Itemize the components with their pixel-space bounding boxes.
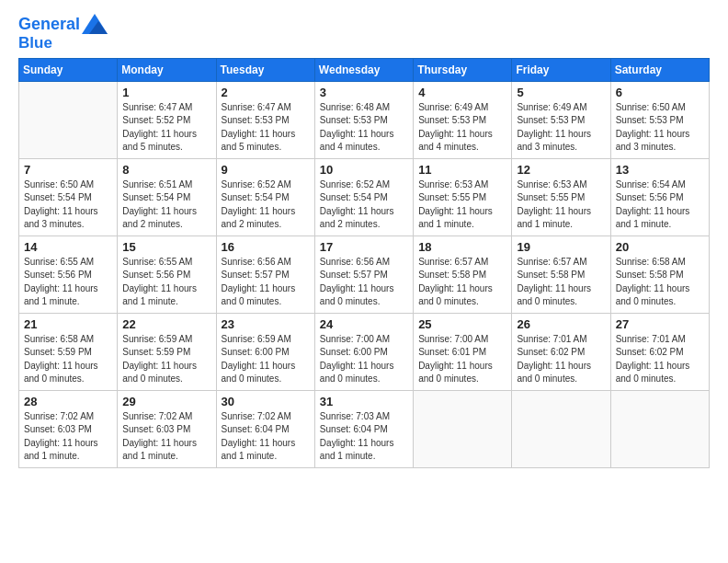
day-info: Sunrise: 7:02 AM Sunset: 6:03 PM Dayligh… — [122, 410, 210, 464]
day-number: 19 — [517, 240, 605, 254]
calendar-table: SundayMondayTuesdayWednesdayThursdayFrid… — [18, 58, 710, 468]
day-info: Sunrise: 6:58 AM Sunset: 5:59 PM Dayligh… — [24, 333, 112, 386]
calendar-day-cell: 13Sunrise: 6:54 AM Sunset: 5:56 PM Dayli… — [610, 158, 709, 236]
day-info: Sunrise: 6:52 AM Sunset: 5:54 PM Dayligh… — [222, 178, 310, 232]
day-info: Sunrise: 7:00 AM Sunset: 6:01 PM Dayligh… — [418, 333, 506, 386]
calendar-day-cell — [19, 81, 118, 158]
calendar-day-cell: 16Sunrise: 6:56 AM Sunset: 5:57 PM Dayli… — [216, 236, 314, 313]
day-number: 16 — [222, 240, 310, 254]
day-number: 2 — [222, 86, 310, 99]
calendar-day-cell — [512, 390, 610, 467]
calendar-week-row: 28Sunrise: 7:02 AM Sunset: 6:03 PM Dayli… — [19, 390, 710, 467]
day-number: 1 — [122, 86, 210, 99]
weekday-header: Saturday — [610, 58, 709, 81]
day-number: 25 — [418, 317, 506, 331]
calendar-day-cell: 19Sunrise: 6:57 AM Sunset: 5:58 PM Dayli… — [512, 236, 610, 313]
calendar-day-cell: 31Sunrise: 7:03 AM Sunset: 6:04 PM Dayli… — [314, 390, 413, 467]
day-info: Sunrise: 6:48 AM Sunset: 5:53 PM Dayligh… — [320, 101, 408, 155]
calendar-day-cell: 10Sunrise: 6:52 AM Sunset: 5:54 PM Dayli… — [314, 158, 413, 236]
day-info: Sunrise: 6:49 AM Sunset: 5:53 PM Dayligh… — [517, 101, 605, 155]
day-number: 20 — [616, 240, 704, 254]
day-number: 30 — [222, 395, 310, 408]
calendar-day-cell: 26Sunrise: 7:01 AM Sunset: 6:02 PM Dayli… — [512, 313, 610, 390]
calendar-day-cell: 1Sunrise: 6:47 AM Sunset: 5:52 PM Daylig… — [118, 81, 216, 158]
day-number: 29 — [122, 395, 210, 408]
day-number: 14 — [24, 240, 112, 254]
logo-text-blue: Blue — [18, 35, 108, 52]
day-number: 31 — [320, 395, 408, 408]
calendar-day-cell — [610, 390, 709, 467]
calendar-day-cell: 21Sunrise: 6:58 AM Sunset: 5:59 PM Dayli… — [19, 313, 118, 390]
day-info: Sunrise: 6:56 AM Sunset: 5:57 PM Dayligh… — [222, 256, 310, 309]
day-number: 4 — [418, 86, 506, 99]
calendar-day-cell: 18Sunrise: 6:57 AM Sunset: 5:58 PM Dayli… — [414, 236, 512, 313]
day-number: 9 — [222, 163, 310, 177]
day-number: 23 — [222, 317, 310, 331]
calendar-day-cell: 25Sunrise: 7:00 AM Sunset: 6:01 PM Dayli… — [414, 313, 512, 390]
day-info: Sunrise: 6:50 AM Sunset: 5:53 PM Dayligh… — [616, 101, 704, 155]
day-info: Sunrise: 6:53 AM Sunset: 5:55 PM Dayligh… — [517, 178, 605, 232]
day-info: Sunrise: 6:54 AM Sunset: 5:56 PM Dayligh… — [616, 178, 704, 232]
calendar-week-row: 1Sunrise: 6:47 AM Sunset: 5:52 PM Daylig… — [19, 81, 710, 158]
day-info: Sunrise: 6:47 AM Sunset: 5:52 PM Dayligh… — [122, 101, 210, 155]
day-info: Sunrise: 6:47 AM Sunset: 5:53 PM Dayligh… — [222, 101, 310, 155]
calendar-day-cell: 6Sunrise: 6:50 AM Sunset: 5:53 PM Daylig… — [610, 81, 709, 158]
calendar-day-cell: 15Sunrise: 6:55 AM Sunset: 5:56 PM Dayli… — [118, 236, 216, 313]
day-info: Sunrise: 7:01 AM Sunset: 6:02 PM Dayligh… — [517, 333, 605, 386]
day-number: 17 — [320, 240, 408, 254]
calendar-day-cell: 2Sunrise: 6:47 AM Sunset: 5:53 PM Daylig… — [216, 81, 314, 158]
day-number: 7 — [24, 163, 112, 177]
weekday-header: Friday — [512, 58, 610, 81]
day-info: Sunrise: 6:56 AM Sunset: 5:57 PM Dayligh… — [320, 256, 408, 309]
day-number: 12 — [517, 163, 605, 177]
logo: General Blue — [18, 15, 108, 52]
day-number: 5 — [517, 86, 605, 99]
day-info: Sunrise: 7:02 AM Sunset: 6:04 PM Dayligh… — [222, 410, 310, 464]
calendar-day-cell: 8Sunrise: 6:51 AM Sunset: 5:54 PM Daylig… — [118, 158, 216, 236]
calendar-day-cell: 11Sunrise: 6:53 AM Sunset: 5:55 PM Dayli… — [414, 158, 512, 236]
day-info: Sunrise: 6:49 AM Sunset: 5:53 PM Dayligh… — [418, 101, 506, 155]
day-number: 6 — [616, 86, 704, 99]
calendar-day-cell — [414, 390, 512, 467]
day-info: Sunrise: 6:57 AM Sunset: 5:58 PM Dayligh… — [418, 256, 506, 309]
day-info: Sunrise: 7:01 AM Sunset: 6:02 PM Dayligh… — [616, 333, 704, 386]
day-number: 27 — [616, 317, 704, 331]
logo-icon — [82, 13, 108, 35]
logo-text-general: General — [18, 16, 80, 34]
day-info: Sunrise: 6:52 AM Sunset: 5:54 PM Dayligh… — [320, 178, 408, 232]
day-number: 18 — [418, 240, 506, 254]
calendar-day-cell: 20Sunrise: 6:58 AM Sunset: 5:58 PM Dayli… — [610, 236, 709, 313]
calendar-week-row: 7Sunrise: 6:50 AM Sunset: 5:54 PM Daylig… — [19, 158, 710, 236]
day-info: Sunrise: 6:59 AM Sunset: 5:59 PM Dayligh… — [122, 333, 210, 386]
day-number: 26 — [517, 317, 605, 331]
day-number: 24 — [320, 317, 408, 331]
calendar-day-cell: 24Sunrise: 7:00 AM Sunset: 6:00 PM Dayli… — [314, 313, 413, 390]
calendar-day-cell: 29Sunrise: 7:02 AM Sunset: 6:03 PM Dayli… — [118, 390, 216, 467]
day-number: 22 — [122, 317, 210, 331]
day-number: 13 — [616, 163, 704, 177]
day-info: Sunrise: 7:00 AM Sunset: 6:00 PM Dayligh… — [320, 333, 408, 386]
weekday-header: Sunday — [19, 58, 118, 81]
calendar-day-cell: 4Sunrise: 6:49 AM Sunset: 5:53 PM Daylig… — [414, 81, 512, 158]
day-info: Sunrise: 6:55 AM Sunset: 5:56 PM Dayligh… — [24, 256, 112, 309]
day-number: 11 — [418, 163, 506, 177]
page: General Blue SundayMondayTuesdayWednesda… — [0, 0, 728, 563]
calendar-day-cell: 7Sunrise: 6:50 AM Sunset: 5:54 PM Daylig… — [19, 158, 118, 236]
day-number: 3 — [320, 86, 408, 99]
day-info: Sunrise: 6:58 AM Sunset: 5:58 PM Dayligh… — [616, 256, 704, 309]
day-info: Sunrise: 6:55 AM Sunset: 5:56 PM Dayligh… — [122, 256, 210, 309]
calendar-day-cell: 27Sunrise: 7:01 AM Sunset: 6:02 PM Dayli… — [610, 313, 709, 390]
calendar-day-cell: 17Sunrise: 6:56 AM Sunset: 5:57 PM Dayli… — [314, 236, 413, 313]
calendar-header-row: SundayMondayTuesdayWednesdayThursdayFrid… — [19, 58, 710, 81]
calendar-day-cell: 28Sunrise: 7:02 AM Sunset: 6:03 PM Dayli… — [19, 390, 118, 467]
calendar-day-cell: 30Sunrise: 7:02 AM Sunset: 6:04 PM Dayli… — [216, 390, 314, 467]
calendar-day-cell: 9Sunrise: 6:52 AM Sunset: 5:54 PM Daylig… — [216, 158, 314, 236]
day-info: Sunrise: 6:53 AM Sunset: 5:55 PM Dayligh… — [418, 178, 506, 232]
day-info: Sunrise: 6:57 AM Sunset: 5:58 PM Dayligh… — [517, 256, 605, 309]
day-info: Sunrise: 6:59 AM Sunset: 6:00 PM Dayligh… — [222, 333, 310, 386]
calendar-week-row: 21Sunrise: 6:58 AM Sunset: 5:59 PM Dayli… — [19, 313, 710, 390]
day-info: Sunrise: 7:03 AM Sunset: 6:04 PM Dayligh… — [320, 410, 408, 464]
day-info: Sunrise: 6:51 AM Sunset: 5:54 PM Dayligh… — [122, 178, 210, 232]
day-info: Sunrise: 6:50 AM Sunset: 5:54 PM Dayligh… — [24, 178, 112, 232]
calendar-week-row: 14Sunrise: 6:55 AM Sunset: 5:56 PM Dayli… — [19, 236, 710, 313]
